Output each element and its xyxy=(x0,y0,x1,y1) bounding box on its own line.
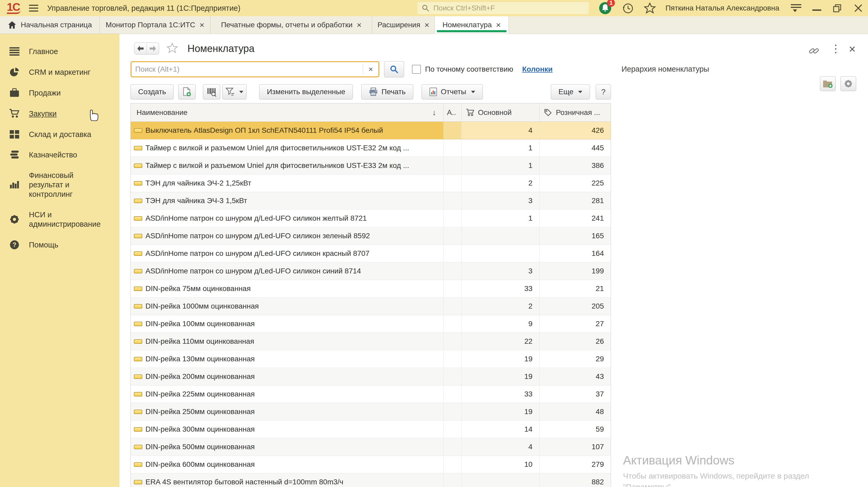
name-cell[interactable]: ASD/inHome патрон со шнуром д/Led-UFO си… xyxy=(146,227,443,245)
table-row[interactable]: DIN-рейка 200мм оцинкованная1943 xyxy=(131,368,611,385)
name-cell[interactable]: DIN-рейка 225мм оцинкованная xyxy=(146,385,443,403)
name-cell[interactable]: DIN-рейка 600мм оцинкованная xyxy=(146,456,443,473)
global-search-input[interactable] xyxy=(433,4,584,12)
copy-item-button[interactable] xyxy=(178,84,195,99)
name-cell[interactable]: DIN-рейка 500мм оцинкованная xyxy=(146,438,443,456)
tab-monitor-itc[interactable]: Монитор Портала 1С:ИТС × xyxy=(100,16,211,34)
main-stock-cell[interactable]: 2 xyxy=(461,174,539,192)
main-stock-cell[interactable] xyxy=(461,245,539,262)
name-cell[interactable]: DIN-рейка 300мм оцинкованная xyxy=(146,421,443,438)
main-stock-cell[interactable]: 3 xyxy=(461,192,539,209)
main-stock-cell[interactable]: 1 xyxy=(461,209,539,227)
retail-price-cell[interactable]: 882 xyxy=(539,473,611,487)
column-header-main-stock[interactable]: Основной xyxy=(461,103,539,122)
name-cell[interactable]: DIN-рейка 75мм оцинкованная xyxy=(146,280,443,297)
article-cell[interactable] xyxy=(443,122,461,139)
retail-price-cell[interactable]: 164 xyxy=(539,245,611,262)
more-options-icon[interactable]: ⋮ xyxy=(831,43,841,54)
sidebar-item-financial-result[interactable]: Финансовый результат и контроллинг xyxy=(0,165,120,204)
retail-price-cell[interactable]: 281 xyxy=(539,192,611,209)
close-icon[interactable]: × xyxy=(199,21,205,29)
exact-match-checkbox[interactable] xyxy=(412,65,421,74)
item-type-cell[interactable] xyxy=(131,385,146,403)
close-window-button[interactable] xyxy=(853,3,863,13)
name-cell[interactable]: ТЭН для чайника ЭЧ-3 1,5кВт xyxy=(146,192,443,209)
retail-price-cell[interactable]: 37 xyxy=(539,385,611,403)
close-icon[interactable]: × xyxy=(496,21,501,29)
column-header-name[interactable]: Наименование ↓ xyxy=(131,103,443,122)
article-cell[interactable] xyxy=(443,245,461,262)
sidebar-item-sales[interactable]: Продажи xyxy=(0,83,120,103)
item-type-cell[interactable] xyxy=(131,421,146,438)
system-menu-icon[interactable] xyxy=(791,4,801,12)
back-button[interactable] xyxy=(134,43,147,54)
article-cell[interactable] xyxy=(443,333,461,350)
print-button[interactable]: Печать xyxy=(361,84,413,99)
article-cell[interactable] xyxy=(443,403,461,420)
main-stock-cell[interactable]: 14 xyxy=(461,421,539,438)
table-row[interactable]: DIN-рейка 110мм оцинкованная2226 xyxy=(131,333,611,350)
close-panel-icon[interactable]: × xyxy=(849,43,856,55)
table-row[interactable]: DIN-рейка 250мм оцинкованная1948 xyxy=(131,403,611,421)
create-button[interactable]: Создать xyxy=(130,84,174,99)
sidebar-item-help[interactable]: ? Помощь xyxy=(0,234,120,255)
article-cell[interactable] xyxy=(443,473,461,487)
item-type-cell[interactable] xyxy=(131,157,146,174)
retail-price-cell[interactable]: 225 xyxy=(539,174,611,192)
run-search-button[interactable] xyxy=(384,61,404,77)
article-cell[interactable] xyxy=(443,227,461,245)
retail-price-cell[interactable]: 241 xyxy=(539,209,611,227)
sort-desc-icon[interactable]: ↓ xyxy=(432,108,436,117)
favorites-star-icon[interactable] xyxy=(644,2,656,14)
tab-print-forms[interactable]: Печатные формы, отчеты и обработки × xyxy=(211,16,372,34)
create-group-button[interactable] xyxy=(820,76,836,91)
table-row[interactable]: DIN-рейка 600мм оцинкованная10279 xyxy=(131,456,611,473)
retail-price-cell[interactable]: 445 xyxy=(539,139,611,157)
main-stock-cell[interactable]: 22 xyxy=(461,333,539,350)
item-type-cell[interactable] xyxy=(131,456,146,473)
get-link-icon[interactable] xyxy=(808,45,819,58)
main-stock-cell[interactable] xyxy=(461,473,539,487)
main-menu-icon[interactable] xyxy=(29,5,38,11)
name-cell[interactable]: ERA 4S вентилятор бытовой настенный d=10… xyxy=(146,473,443,487)
item-type-cell[interactable] xyxy=(131,403,146,420)
table-row[interactable]: Выключатель AtlasDesign ОП 1кл SchEATN54… xyxy=(131,122,611,139)
article-cell[interactable] xyxy=(443,421,461,438)
favorite-star-icon[interactable] xyxy=(166,42,178,55)
name-cell[interactable]: DIN-рейка 1000мм оцинкованная xyxy=(146,297,443,315)
column-header-article[interactable]: А.. xyxy=(443,103,461,122)
forward-button[interactable] xyxy=(147,43,159,54)
table-row[interactable]: DIN-рейка 225мм оцинкованная3337 xyxy=(131,385,611,403)
history-icon[interactable] xyxy=(622,2,634,14)
column-header-retail-price[interactable]: Розничная ... xyxy=(539,103,611,122)
list-search-box[interactable]: × xyxy=(130,61,379,77)
main-stock-cell[interactable]: 19 xyxy=(461,368,539,385)
item-type-cell[interactable] xyxy=(131,139,146,157)
name-cell[interactable]: ASD/inHome патрон со шнуром д/Led-UFO си… xyxy=(146,209,443,227)
article-cell[interactable] xyxy=(443,350,461,368)
close-icon[interactable]: × xyxy=(357,21,362,29)
name-cell[interactable]: Выключатель AtlasDesign ОП 1кл SchEATN54… xyxy=(146,122,443,139)
article-cell[interactable] xyxy=(443,262,461,280)
item-type-cell[interactable] xyxy=(131,473,146,487)
table-row[interactable]: ASD/inHome патрон со шнуром д/Led-UFO си… xyxy=(131,245,611,262)
name-cell[interactable]: DIN-рейка 100мм оцинкованная xyxy=(146,315,443,332)
article-cell[interactable] xyxy=(443,385,461,403)
article-cell[interactable] xyxy=(443,157,461,174)
table-row[interactable]: DIN-рейка 300мм оцинкованная1459 xyxy=(131,421,611,438)
main-stock-cell[interactable]: 9 xyxy=(461,315,539,332)
retail-price-cell[interactable]: 48 xyxy=(539,403,611,420)
item-type-cell[interactable] xyxy=(131,280,146,297)
tab-nomenclature[interactable]: Номенклатура × xyxy=(435,16,509,34)
main-stock-cell[interactable]: 1 xyxy=(461,157,539,174)
item-type-cell[interactable] xyxy=(131,227,146,245)
edit-selected-button[interactable]: Изменить выделенные xyxy=(259,84,353,99)
name-cell[interactable]: Таймер с вилкой и разъемом Uniel для фит… xyxy=(146,157,443,174)
name-cell[interactable]: DIN-рейка 200мм оцинкованная xyxy=(146,368,443,385)
main-stock-cell[interactable]: 4 xyxy=(461,122,539,139)
table-row[interactable]: Таймер с вилкой и разъемом Uniel для фит… xyxy=(131,157,611,174)
article-cell[interactable] xyxy=(443,209,461,227)
name-cell[interactable]: ASD/inHome патрон со шнуром д/Led-UFO си… xyxy=(146,262,443,280)
retail-price-cell[interactable]: 27 xyxy=(539,315,611,332)
name-cell[interactable]: DIN-рейка 250мм оцинкованная xyxy=(146,403,443,420)
